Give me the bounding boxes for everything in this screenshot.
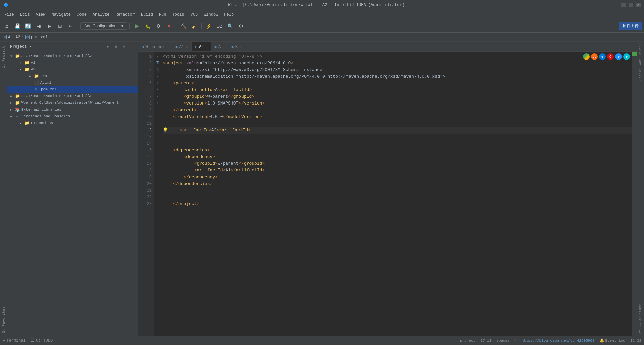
gradle-panel-label[interactable]: Gradle — [638, 67, 643, 82]
toolbar-recent-btn[interactable]: ↩ — [66, 21, 75, 31]
terminal-btn[interactable]: ⚡ — [204, 21, 213, 31]
tree-item-pomxml[interactable]: m pom.xml — [7, 86, 138, 93]
toolbar-view-btn[interactable]: ⊞ — [55, 21, 65, 31]
code-line-7[interactable]: <groupId>W-parent</groupId> — [163, 93, 632, 100]
menu-window[interactable]: Window — [201, 12, 221, 18]
code-line-23[interactable]: </project> — [163, 201, 632, 207]
code-line-8[interactable]: <version>1.0-SNAPSHOT</version> — [163, 100, 632, 107]
tab-wparent[interactable]: m W-parent ✕ — [138, 42, 172, 51]
code-line-19[interactable]: </dependency> — [163, 174, 632, 181]
tree-item-root-b[interactable]: ▸ 📁 B C:\Users\Administrator\Wrial\B — [7, 93, 138, 99]
tab-b[interactable]: m B ✕ — [228, 42, 245, 51]
tab-close-a1[interactable]: ✕ — [186, 45, 188, 49]
breadcrumb-a2[interactable]: A2 — [15, 35, 20, 40]
ie-icon[interactable]: e — [615, 53, 622, 60]
upload-button[interactable]: 插件上传 — [619, 22, 642, 30]
git-btn[interactable]: ⎇ — [215, 21, 224, 31]
code-line-15[interactable]: <dependencies> — [163, 147, 632, 154]
sidebar-locate-btn[interactable]: ⊕ — [104, 43, 111, 50]
code-line-5[interactable]: <parent> — [163, 80, 632, 87]
favorites-panel-label[interactable]: 2: Favorites — [1, 304, 6, 336]
project-panel-label[interactable]: 1: Project — [1, 43, 6, 71]
structure-panel-label[interactable]: Z-Structure — [638, 302, 643, 328]
settings-btn[interactable]: ⚙ — [236, 21, 246, 31]
debug-btn[interactable]: 🐛 — [143, 21, 152, 31]
menu-help[interactable]: Help — [221, 12, 236, 18]
tab-a[interactable]: m A ✕ — [211, 42, 228, 51]
code-line-22[interactable] — [163, 194, 632, 201]
sidebar-collapse-btn[interactable]: ⊟ — [112, 43, 119, 50]
tree-item-root-a[interactable]: ▾ 📁 A C:\Users\Administrator\Wrial\A — [7, 53, 138, 59]
clean-btn[interactable]: 🧹 — [190, 21, 199, 31]
chrome-icon[interactable] — [583, 53, 590, 60]
menu-file[interactable]: File — [2, 12, 17, 18]
menu-tools[interactable]: Tools — [170, 12, 187, 18]
maven-panel-label[interactable]: Maven — [638, 43, 643, 57]
event-log-btn[interactable]: 🔔 Event Log — [600, 338, 625, 343]
toolbar-sync-btn[interactable]: 🔄 — [23, 21, 33, 31]
opera-icon[interactable]: O — [607, 53, 614, 60]
tree-item-a2[interactable]: ▾ 📁 A2 — [7, 66, 138, 73]
run-with-coverage-btn[interactable]: ⚙ — [154, 21, 163, 31]
tab-a1[interactable]: m A1 ✕ — [172, 42, 192, 51]
code-line-16[interactable]: <dependency> — [163, 154, 632, 160]
code-line-1[interactable]: <?xml version="1.0" encoding="UTF-8"?> — [163, 53, 632, 60]
toolbar-save-btn[interactable]: 💾 — [12, 21, 22, 31]
status-url[interactable]: https://blog.csdn.net/qq_42605968 — [522, 339, 595, 343]
code-line-13[interactable] — [163, 134, 632, 140]
sidebar-close-btn[interactable]: ─ — [128, 43, 135, 50]
add-configuration-button[interactable]: Add Configuration... ▾ — [80, 22, 127, 30]
tab-close-b[interactable]: ✕ — [239, 45, 241, 49]
stop-btn[interactable]: ■ — [164, 21, 174, 31]
tree-item-scratches[interactable]: ▸ ✏ Scratches and Consoles — [7, 113, 138, 120]
menu-edit[interactable]: Edit — [17, 12, 33, 18]
code-line-6[interactable]: <artifactId>A</artifactId> — [163, 87, 632, 93]
code-line-17[interactable]: <groupId>W-parent</groupId> — [163, 160, 632, 167]
toolbar-project-btn[interactable]: 🗂 — [2, 21, 11, 31]
tab-a2[interactable]: m A2 ✕ — [192, 42, 211, 51]
minimize-button[interactable]: ─ — [621, 3, 626, 7]
menu-refactor[interactable]: Refactor — [113, 12, 138, 18]
code-line-21[interactable] — [163, 187, 632, 194]
menu-view[interactable]: View — [33, 12, 48, 18]
code-line-9[interactable]: </parent> — [163, 107, 632, 114]
breadcrumb-pomxml[interactable]: pom.xml — [31, 35, 48, 40]
tab-close-wparent[interactable]: ✕ — [166, 45, 168, 49]
code-line-18[interactable]: <artifactId>A1</artifactId> — [163, 167, 632, 174]
lightbulb-icon[interactable]: 💡 — [163, 127, 168, 134]
menu-navigate[interactable]: Navigate — [49, 12, 73, 18]
tree-item-a1[interactable]: ▸ 📁 A1 — [7, 59, 138, 66]
code-line-2[interactable]: <project xmlns="http://maven.apache.org/… — [163, 60, 632, 67]
menu-vcs[interactable]: VCS — [188, 12, 201, 18]
edge-icon[interactable]: e — [623, 53, 630, 60]
breadcrumb-a[interactable]: A — [8, 35, 10, 40]
todo-tab[interactable]: ☰ 6: TODO — [31, 338, 53, 343]
tree-item-aiml[interactable]: ⬛ A.iml — [7, 79, 138, 86]
code-editor[interactable]: 1234567891011121314151617181920212223 ▾m… — [138, 52, 637, 336]
toolbar-forward-btn[interactable]: ▶ — [45, 21, 54, 31]
menu-build[interactable]: Build — [138, 12, 156, 18]
toolbar-back-btn[interactable]: ◀ — [34, 21, 43, 31]
tab-close-a2[interactable]: ✕ — [205, 45, 207, 49]
tree-item-src[interactable]: ▸ 📁 src — [7, 73, 138, 79]
menu-analyze[interactable]: Analyze — [90, 12, 112, 18]
run-button[interactable]: ▶ — [132, 21, 142, 31]
tab-close-a[interactable]: ✕ — [222, 45, 224, 49]
code-line-4[interactable]: xsi:schemaLocation="http://maven.apache.… — [163, 73, 632, 80]
tree-item-extensions[interactable]: ▸ 📁 Extensions — [7, 120, 138, 126]
tree-item-ext-libs[interactable]: ▸ 📚 External Libraries — [7, 106, 138, 113]
right-scrollbar[interactable] — [632, 52, 637, 336]
tree-item-wparent[interactable]: ▸ 📁 Wparent C:\Users\Administrator\Wrial… — [7, 99, 138, 106]
sidebar-settings-btn[interactable]: ⚙ — [120, 43, 127, 50]
code-line-12[interactable]: 💡 <artifactId>A2</artifactId> — [163, 127, 632, 134]
menu-run[interactable]: Run — [156, 12, 169, 18]
code-line-14[interactable] — [163, 140, 632, 147]
code-line-11[interactable] — [163, 120, 632, 127]
close-button[interactable]: ✕ — [636, 3, 641, 7]
terminal-tab[interactable]: ▶ Terminal — [3, 338, 26, 343]
edge-blue-icon[interactable]: e — [599, 53, 606, 60]
code-line-20[interactable]: </dependencies> — [163, 181, 632, 187]
ant-panel-label[interactable]: Ant — [638, 57, 643, 67]
z2-panel-label[interactable]: Z2 — [638, 328, 643, 336]
code-line-3[interactable]: xmlns:xsi="http://www.w3.org/2001/XMLSch… — [163, 67, 632, 73]
